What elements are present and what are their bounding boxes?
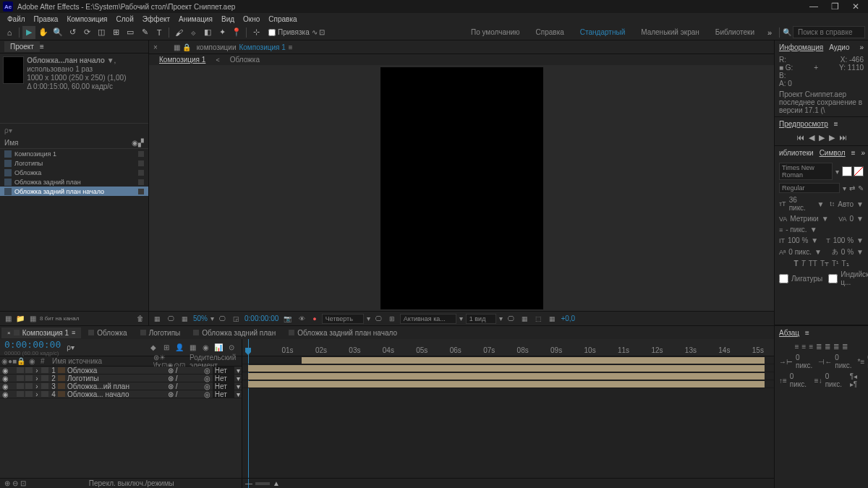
- project-item[interactable]: Обложка задний план: [0, 177, 148, 187]
- maximize-button[interactable]: ❐: [831, 1, 839, 12]
- v-scale[interactable]: 100 %: [788, 236, 808, 244]
- zoom-out-icon[interactable]: —: [245, 479, 252, 487]
- toggle-switches-icon[interactable]: ⊕ ⊖ ⊡: [4, 479, 26, 487]
- mag-icon[interactable]: 🖵: [166, 314, 176, 323]
- project-tab[interactable]: Проект: [4, 41, 40, 52]
- zoom-dropdown[interactable]: 50%: [193, 314, 208, 322]
- preview-tab[interactable]: Предпросмотр: [779, 120, 828, 128]
- paragraph-tab[interactable]: Абзац: [779, 329, 799, 337]
- stroke-width[interactable]: - пикс.: [786, 226, 807, 234]
- minimize-button[interactable]: —: [809, 1, 818, 12]
- menu-edit[interactable]: Правка: [30, 14, 62, 24]
- justify-center-icon[interactable]: ≣: [825, 343, 830, 351]
- timeline-tab[interactable]: × Композиция 1 ≡: [1, 328, 81, 338]
- tsume[interactable]: 0 %: [841, 248, 854, 256]
- composition-canvas[interactable]: [380, 67, 543, 309]
- eraser-tool[interactable]: ◧: [201, 26, 214, 39]
- baseline[interactable]: 0 пикс.: [788, 248, 812, 256]
- workspace-standard[interactable]: Стандартный: [573, 28, 632, 36]
- leading[interactable]: Авто: [838, 200, 854, 208]
- timeline-tab[interactable]: Обложка задний план: [187, 328, 281, 338]
- timeline-layer[interactable]: ◉›2Логотипы⊛ /◎ Нет ▾: [0, 374, 242, 382]
- align-center-icon[interactable]: ≡: [802, 343, 807, 351]
- selection-tool[interactable]: ▶: [22, 26, 35, 39]
- comp-subtab[interactable]: Обложка: [230, 56, 260, 64]
- audio-tab[interactable]: Аудио: [829, 43, 849, 51]
- views-dropdown[interactable]: 1 вид: [466, 314, 497, 324]
- timeline-timecode[interactable]: 0:00:00:00 00000 (60.00 кадр/с): [4, 339, 61, 356]
- puppet-tool[interactable]: 📍: [230, 26, 243, 39]
- local-axis-icon[interactable]: ⊹: [250, 26, 263, 39]
- workspace-help[interactable]: Справка: [529, 28, 571, 36]
- new-folder-icon[interactable]: 📁: [15, 314, 25, 324]
- project-item[interactable]: Логотипы: [0, 158, 148, 168]
- snapshot-icon[interactable]: 📷: [281, 314, 294, 323]
- smallcaps-button[interactable]: Tᴛ: [820, 260, 829, 267]
- menu-file[interactable]: Файл: [4, 14, 29, 24]
- indent-right[interactable]: 0 пикс.: [835, 354, 851, 369]
- ligatures-checkbox[interactable]: [779, 274, 788, 283]
- first-frame-icon[interactable]: ⏮: [796, 133, 804, 142]
- para-dir-icon[interactable]: ¶◂ ▸¶: [850, 372, 864, 388]
- menu-effect[interactable]: Эффект: [139, 14, 174, 24]
- h-scale[interactable]: 100 %: [833, 236, 854, 244]
- zoom-slider[interactable]: [255, 482, 270, 485]
- hindi-checkbox[interactable]: [828, 274, 838, 283]
- show-snapshot-icon[interactable]: 👁: [297, 314, 307, 323]
- zoom-in-icon[interactable]: ▲: [273, 479, 280, 487]
- help-search-input[interactable]: [793, 26, 865, 38]
- subscript-button[interactable]: T₁: [841, 260, 848, 267]
- col-tag-icon[interactable]: ◉: [132, 139, 138, 147]
- res-icon[interactable]: ▦: [179, 314, 190, 323]
- play-icon[interactable]: ▶: [819, 133, 825, 142]
- font-weight-dropdown[interactable]: Regular: [779, 183, 840, 193]
- timeline-layer[interactable]: ◉›4Обложка... начало⊛ /◎ Нет ▾: [0, 390, 242, 398]
- libraries-tab[interactable]: иблиотеки: [779, 149, 814, 157]
- prev-frame-icon[interactable]: ◀: [809, 133, 814, 142]
- space-after[interactable]: 0 пикс.: [825, 372, 844, 388]
- quality-dropdown[interactable]: Четверть: [322, 314, 364, 324]
- close-button[interactable]: ✕: [852, 1, 859, 12]
- snapping-toggle[interactable]: Привязка ∿ ⊡: [268, 28, 325, 36]
- tracking[interactable]: 0: [850, 215, 854, 223]
- toggle-switches-modes[interactable]: Перекл. выключ./режимы: [26, 479, 237, 487]
- indent-left[interactable]: 0 пикс.: [796, 354, 812, 369]
- justify-left-icon[interactable]: ≣: [816, 343, 822, 351]
- project-search[interactable]: ρ▾: [0, 123, 148, 137]
- type-tool[interactable]: T: [153, 26, 166, 39]
- camera-dropdown[interactable]: Активная ка...: [400, 314, 456, 324]
- bpc-indicator[interactable]: 8 бит на канал: [40, 315, 79, 322]
- shy-toggle[interactable]: 👤: [174, 342, 185, 354]
- timeline-search[interactable]: ρ▾: [67, 343, 75, 351]
- info-tab[interactable]: Информация: [779, 43, 823, 51]
- tl-btn-1[interactable]: ◆: [148, 342, 159, 354]
- zoom-tool[interactable]: 🔍: [51, 26, 64, 39]
- alpha-icon[interactable]: ▦: [152, 314, 163, 323]
- flowchart-icon[interactable]: ×: [153, 43, 158, 51]
- interpret-footage-icon[interactable]: ▦: [3, 314, 13, 324]
- col-type-icon[interactable]: ▞: [138, 139, 144, 147]
- rotate-tool[interactable]: ⟳: [80, 26, 93, 39]
- graph-editor-icon[interactable]: 📊: [213, 342, 224, 354]
- project-item[interactable]: Обложка: [0, 168, 148, 177]
- project-item[interactable]: Композиция 1: [0, 149, 148, 158]
- font-size[interactable]: 36 пикс.: [789, 196, 814, 212]
- timeline-layer[interactable]: ◉›3Обложка...ий план⊛ /◎ Нет ▾: [0, 382, 242, 390]
- align-left-icon[interactable]: ≡: [795, 343, 799, 351]
- clone-tool[interactable]: ⟐: [187, 26, 200, 39]
- bold-button[interactable]: T: [793, 260, 798, 267]
- project-item[interactable]: Обложка задний план начало: [0, 187, 148, 196]
- align-right-icon[interactable]: ≡: [809, 343, 813, 351]
- camera-tool[interactable]: ◫: [95, 26, 108, 39]
- hand-tool[interactable]: ✋: [37, 26, 50, 39]
- tl-btn-7[interactable]: ⊙: [226, 342, 237, 354]
- pen-tool[interactable]: ✎: [138, 26, 151, 39]
- comp-timecode[interactable]: 0:00:00:00: [244, 314, 278, 322]
- italic-button[interactable]: T: [801, 260, 806, 267]
- comp-breadcrumb[interactable]: композиции Композиция 1 ≡: [197, 43, 293, 51]
- new-comp-icon[interactable]: ▦: [27, 314, 38, 324]
- workspace-default[interactable]: По умолчанию: [464, 28, 527, 36]
- col-name[interactable]: Имя: [4, 139, 132, 147]
- brush-tool[interactable]: 🖌: [172, 26, 185, 39]
- workspace-small[interactable]: Маленький экран: [634, 28, 707, 36]
